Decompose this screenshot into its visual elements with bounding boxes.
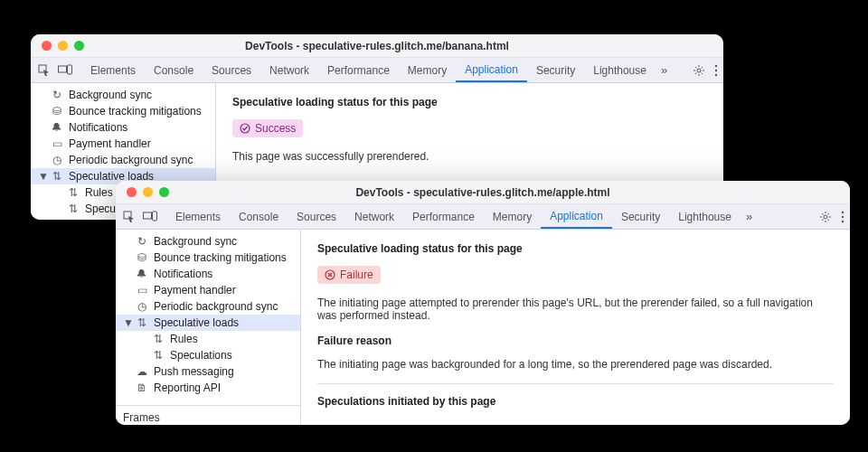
- updown-icon: ⇅: [152, 349, 165, 362]
- tab-performance[interactable]: Performance: [318, 58, 399, 82]
- sidebar-item-bounce-tracking[interactable]: ⛁Bounce tracking mitigations: [31, 103, 215, 119]
- svg-point-11: [824, 215, 827, 219]
- updown-icon: ⇅: [136, 316, 148, 329]
- overflow-icon[interactable]: »: [741, 210, 758, 223]
- cloud-icon: ☁: [51, 219, 63, 220]
- svg-point-5: [715, 69, 717, 71]
- tab-network[interactable]: Network: [260, 58, 318, 82]
- card-icon: ▭: [51, 137, 63, 150]
- window-title: DevTools - speculative-rules.glitch.me/a…: [116, 186, 850, 199]
- failure-heading: Failure reason: [317, 334, 834, 347]
- updown-icon: ⇅: [51, 170, 63, 183]
- device-icon[interactable]: [58, 64, 72, 77]
- titlebar[interactable]: DevTools - speculative-rules.glitch.me/b…: [31, 34, 723, 58]
- sidebar-item-periodic-sync[interactable]: ◷Periodic background sync: [116, 298, 300, 315]
- cloud-icon: ☁: [136, 365, 148, 378]
- sidebar-item-periodic-sync[interactable]: ◷Periodic background sync: [31, 152, 215, 168]
- status-text: Success: [255, 122, 296, 135]
- svg-rect-10: [153, 212, 157, 221]
- sidebar-item-payment-handler[interactable]: ▭Payment handler: [116, 282, 300, 298]
- status-text: Failure: [340, 268, 373, 281]
- tab-console[interactable]: Console: [230, 204, 288, 229]
- svg-rect-9: [144, 212, 152, 219]
- speculations-heading: Speculations initiated by this page: [317, 383, 834, 408]
- tab-application[interactable]: Application: [541, 204, 612, 229]
- tab-memory[interactable]: Memory: [484, 204, 541, 229]
- kebab-icon[interactable]: [841, 211, 844, 223]
- tab-sources[interactable]: Sources: [288, 204, 345, 229]
- titlebar[interactable]: DevTools - speculative-rules.glitch.me/a…: [116, 181, 850, 204]
- status-heading: Speculative loading status for this page: [317, 242, 834, 255]
- inspect-icon[interactable]: [123, 211, 136, 223]
- sidebar-item-speculations[interactable]: ⇅Speculations: [116, 347, 300, 363]
- tab-lighthouse[interactable]: Lighthouse: [584, 58, 656, 82]
- tab-elements[interactable]: Elements: [166, 204, 230, 229]
- sidebar-item-bounce-tracking[interactable]: ⛁Bounce tracking mitigations: [116, 250, 300, 266]
- inspect-icon[interactable]: [38, 64, 51, 77]
- sidebar-item-background-sync[interactable]: ↻Background sync: [31, 87, 215, 103]
- window-title: DevTools - speculative-rules.glitch.me/b…: [31, 40, 723, 52]
- svg-point-14: [842, 220, 844, 221]
- disclosure-triangle-icon[interactable]: ▼: [38, 170, 45, 183]
- clock-icon: ◷: [136, 300, 148, 313]
- check-circle-icon: [240, 123, 250, 134]
- card-icon: ▭: [136, 284, 148, 297]
- sidebar-item-notifications[interactable]: 🔔︎Notifications: [116, 266, 300, 282]
- svg-point-4: [715, 64, 717, 66]
- updown-icon: ⇅: [67, 202, 80, 215]
- failure-description: The initiating page was backgrounded for…: [317, 358, 834, 371]
- tab-application[interactable]: Application: [456, 58, 527, 82]
- sidebar-frames-heading[interactable]: Frames: [116, 405, 300, 425]
- tab-security[interactable]: Security: [612, 204, 669, 229]
- tab-network[interactable]: Network: [345, 204, 403, 229]
- devtools-toolbar: Elements Console Sources Network Perform…: [116, 204, 850, 230]
- tab-elements[interactable]: Elements: [81, 58, 145, 82]
- updown-icon: ⇅: [152, 333, 165, 345]
- sidebar: ↻Background sync ⛁Bounce tracking mitiga…: [116, 230, 301, 425]
- kebab-icon[interactable]: [714, 64, 718, 77]
- gear-icon[interactable]: [693, 64, 705, 77]
- tab-performance[interactable]: Performance: [403, 204, 484, 229]
- database-icon: ⛁: [136, 251, 148, 264]
- panel-content: Speculative loading status for this page…: [301, 230, 850, 425]
- refresh-icon: ↻: [51, 89, 63, 101]
- svg-point-6: [715, 73, 717, 75]
- device-icon[interactable]: [143, 211, 157, 223]
- status-description: This page was successfully prerendered.: [232, 150, 707, 163]
- tab-lighthouse[interactable]: Lighthouse: [669, 204, 741, 229]
- sidebar-item-reporting-api[interactable]: 🗎Reporting API: [116, 380, 300, 396]
- tab-sources[interactable]: Sources: [203, 58, 260, 82]
- devtools-toolbar: Elements Console Sources Network Perform…: [31, 58, 723, 83]
- bell-icon: 🔔︎: [136, 268, 148, 280]
- sidebar-item-speculative-loads[interactable]: ▼⇅Speculative loads: [116, 315, 300, 331]
- tab-security[interactable]: Security: [527, 58, 584, 82]
- devtools-window-apple: DevTools - speculative-rules.glitch.me/a…: [116, 181, 850, 425]
- status-badge: Success: [232, 119, 303, 137]
- gear-icon[interactable]: [819, 211, 832, 223]
- clock-icon: ◷: [51, 154, 63, 166]
- refresh-icon: ↻: [136, 235, 148, 248]
- svg-rect-2: [68, 65, 72, 74]
- x-circle-icon: [325, 269, 335, 280]
- disclosure-triangle-icon[interactable]: ▼: [123, 316, 130, 329]
- sidebar-item-payment-handler[interactable]: ▭Payment handler: [31, 136, 215, 152]
- sidebar-item-rules[interactable]: ⇅Rules: [116, 331, 300, 347]
- sidebar-item-notifications[interactable]: 🔔︎Notifications: [31, 119, 215, 136]
- svg-point-3: [697, 69, 701, 72]
- status-description: The initiating page attempted to prerend…: [317, 297, 834, 322]
- tab-memory[interactable]: Memory: [399, 58, 456, 82]
- bell-icon: 🔔︎: [51, 121, 63, 134]
- svg-rect-1: [59, 66, 67, 72]
- sidebar-item-background-sync[interactable]: ↻Background sync: [116, 233, 300, 250]
- svg-point-13: [842, 215, 844, 217]
- status-badge: Failure: [317, 266, 381, 284]
- tab-console[interactable]: Console: [145, 58, 203, 82]
- doc-icon: 🗎: [136, 381, 148, 394]
- status-heading: Speculative loading status for this page: [232, 96, 707, 108]
- updown-icon: ⇅: [67, 186, 80, 199]
- database-icon: ⛁: [51, 105, 63, 118]
- overflow-icon[interactable]: »: [656, 63, 673, 77]
- svg-point-12: [842, 211, 844, 212]
- sidebar-item-push-messaging[interactable]: ☁Push messaging: [116, 363, 300, 380]
